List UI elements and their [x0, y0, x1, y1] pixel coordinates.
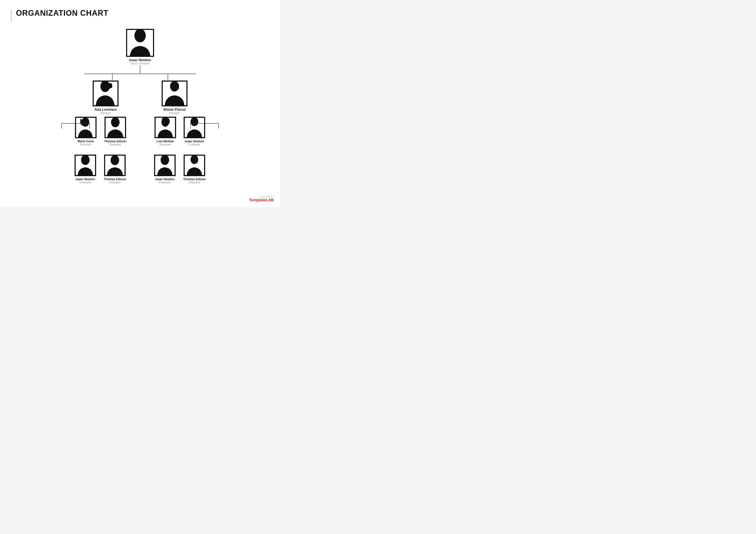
name-thomas-l3: Thomas Edison [104, 140, 126, 143]
c-blaise-drop-l [190, 123, 191, 129]
silhouette-ada [94, 81, 118, 106]
svg-point-0 [134, 29, 146, 42]
svg-point-9 [161, 155, 169, 165]
node-lise: Lise Meitner Employee [154, 117, 176, 146]
c-blaise-down [204, 117, 205, 123]
node-blaise: Blaise Pascal Manager [162, 81, 187, 114]
name-l4-1: Isaac Newton [76, 177, 95, 181]
silhouette-l4-2 [105, 155, 124, 176]
page-title: ORGANIZATION CHART [16, 9, 108, 18]
c-blaise-hbar [191, 123, 219, 124]
node-thomas-l3: Thomas Edison Employee [104, 117, 126, 146]
avatar-l4-1 [74, 155, 96, 176]
node-ada: Ada Lovelace Manager [93, 81, 119, 114]
watermark-brand-accent: LAB [266, 198, 274, 202]
name-blaise: Blaise Pascal [164, 108, 186, 112]
label-blaise: Blaise Pascal Manager [164, 108, 186, 114]
label-ceo: Isaac Newton CEO & President [129, 58, 151, 65]
node-l4-1: Isaac Newton Employee [74, 155, 96, 184]
avatar-marie [75, 117, 96, 138]
watermark-brand-plain: Template [249, 198, 266, 202]
avatar-l4-3 [154, 155, 176, 176]
label-l4-2: Thomas Edison Employee [104, 177, 126, 184]
name-l4-2: Thomas Edison [104, 177, 126, 181]
svg-point-8 [111, 155, 119, 165]
silhouette-l4-4 [185, 155, 204, 176]
node-l4-3: Isaac Newton Employee [154, 155, 176, 184]
silhouette-marie [76, 117, 95, 138]
watermark-brand: TemplateLAB [249, 198, 274, 202]
silhouette-l4-3 [155, 155, 175, 176]
avatar-blaise [162, 81, 187, 106]
connector-l2-drop-right [168, 74, 168, 80]
name-isaac-l3: Isaac Newton [185, 140, 204, 143]
node-l4-4: Thomas Edison Employee [183, 155, 205, 184]
c-blaise-drop-r [218, 123, 219, 129]
watermark-created: CREATED BY [249, 196, 274, 198]
label-marie: Marie Curie Employee [78, 140, 94, 146]
label-thomas-l3: Thomas Edison Employee [104, 140, 126, 146]
avatar-lise [154, 117, 176, 138]
silhouette-isaac-l3 [185, 117, 204, 138]
avatar-ceo [126, 29, 154, 57]
c-ada-drop-l [62, 123, 62, 129]
silhouette-lise [156, 117, 175, 138]
avatar-l4-2 [104, 155, 126, 176]
label-l4-4: Thomas Edison Employee [183, 177, 205, 184]
node-marie: Marie Curie Employee [75, 117, 96, 146]
label-l4-3: Isaac Newton Employee [155, 177, 174, 184]
role-thomas-l3: Employee [104, 143, 126, 146]
level4-row: Isaac Newton Employee Thomas Edison [74, 155, 205, 184]
svg-point-1 [100, 81, 110, 92]
svg-point-4 [111, 117, 120, 127]
svg-point-10 [191, 155, 198, 164]
name-l4-3: Isaac Newton [155, 177, 174, 181]
c-ada-down [75, 117, 76, 123]
org-chart: Isaac Newton CEO & President [11, 29, 269, 184]
title-bar-decoration [11, 10, 12, 22]
title-area: ORGANIZATION CHART [11, 9, 269, 22]
role-l4-1: Employee [76, 181, 95, 184]
label-isaac-l3: Isaac Newton Employee [185, 140, 204, 146]
name-ada: Ada Lovelace [94, 108, 117, 112]
level2-row: Ada Lovelace Manager [93, 81, 187, 114]
role-l4-2: Employee [104, 181, 126, 184]
node-l4-2: Thomas Edison Employee [104, 155, 126, 184]
role-ada: Manager [94, 112, 117, 114]
role-blaise: Manager [164, 112, 186, 114]
avatar-l4-4 [184, 155, 205, 176]
avatar-thomas-l3 [104, 117, 126, 138]
silhouette-l4-1 [76, 155, 95, 176]
watermark: CREATED BY TemplateLAB [249, 196, 274, 202]
name-lise: Lise Meitner [156, 140, 174, 143]
connector-l2-hbar [84, 74, 196, 74]
label-lise: Lise Meitner Employee [156, 140, 174, 146]
name-marie: Marie Curie [78, 140, 94, 143]
avatar-isaac-l3 [184, 117, 205, 138]
avatar-ada [93, 81, 119, 106]
role-l4-4: Employee [183, 181, 205, 184]
name-ceo: Isaac Newton [129, 58, 151, 62]
silhouette-blaise [163, 81, 186, 106]
label-l4-1: Isaac Newton Employee [76, 177, 95, 184]
role-ceo: CEO & President [129, 62, 151, 65]
silhouette-thomas-l3 [106, 117, 125, 138]
node-ceo: Isaac Newton CEO & President [126, 29, 154, 65]
c-ada-drop-r [90, 123, 90, 129]
role-marie: Employee [78, 143, 94, 146]
node-isaac-l3: Isaac Newton Employee [184, 117, 205, 146]
c-ada-hbar [62, 123, 90, 124]
page: ORGANIZATION CHART Isaac Newton CEO & Pr… [0, 0, 280, 207]
name-l4-4: Thomas Edison [183, 177, 205, 181]
svg-point-6 [191, 117, 198, 126]
role-l4-3: Employee [155, 181, 174, 184]
connector-l2-drop-left [112, 74, 113, 80]
role-isaac-l3: Employee [185, 143, 204, 146]
role-lise: Employee [156, 143, 174, 146]
label-ada: Ada Lovelace Manager [94, 108, 117, 114]
connector-ceo-down [140, 65, 140, 74]
svg-point-7 [81, 155, 90, 165]
level3-row: Marie Curie Employee Thomas Edison E [75, 117, 205, 146]
silhouette-ceo [127, 29, 153, 57]
